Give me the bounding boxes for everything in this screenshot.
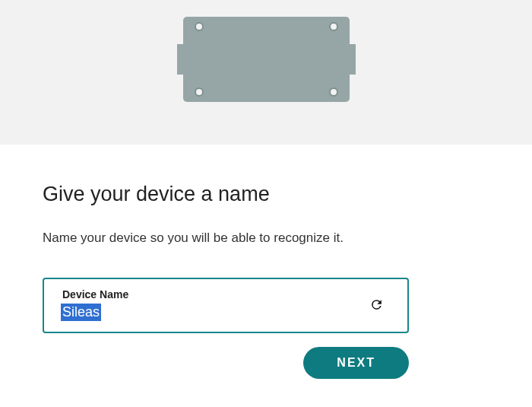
- content-area: Give your device a name Name your device…: [0, 145, 532, 379]
- device-name-value[interactable]: Sileas: [61, 304, 101, 321]
- device-illustration: [177, 17, 356, 102]
- actions-row: NEXT: [43, 347, 409, 379]
- refresh-button[interactable]: [366, 295, 386, 315]
- screw-icon: [195, 22, 204, 31]
- hero-area: [0, 0, 532, 145]
- refresh-icon: [369, 297, 384, 312]
- page-subtitle: Name your device so you will be able to …: [43, 231, 489, 246]
- device-name-field[interactable]: Device Name Sileas: [43, 278, 409, 333]
- next-button[interactable]: NEXT: [303, 347, 409, 379]
- device-name-label: Device Name: [62, 288, 366, 300]
- device-body: [183, 17, 350, 102]
- device-side-tab-right: [349, 44, 356, 75]
- page-title: Give your device a name: [43, 183, 489, 206]
- screw-icon: [195, 87, 204, 97]
- screw-icon: [329, 87, 338, 97]
- screw-icon: [329, 22, 338, 31]
